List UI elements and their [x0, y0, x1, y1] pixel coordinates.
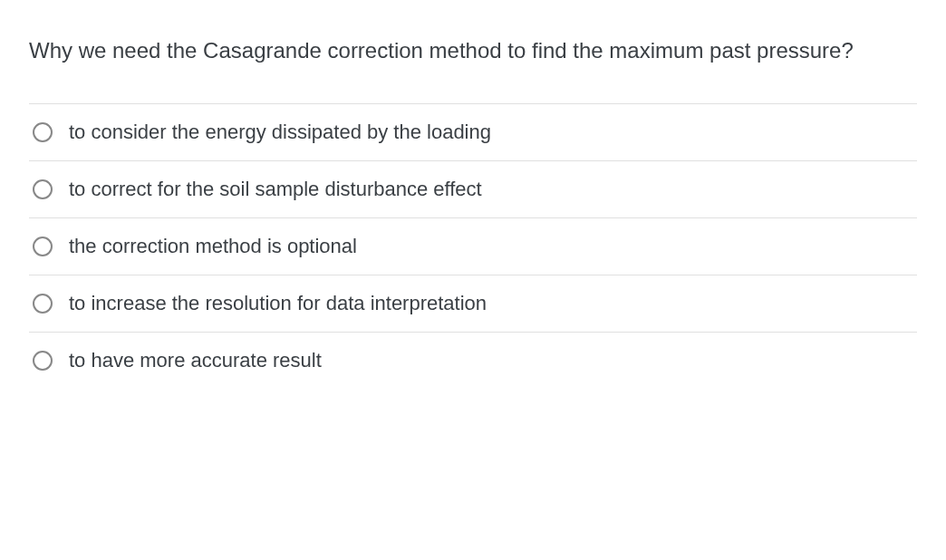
radio-icon — [33, 179, 53, 199]
option-row-0[interactable]: to consider the energy dissipated by the… — [29, 103, 917, 160]
option-label: to consider the energy dissipated by the… — [69, 121, 491, 144]
radio-icon — [33, 294, 53, 314]
option-label: the correction method is optional — [69, 235, 357, 258]
radio-icon — [33, 122, 53, 142]
option-label: to correct for the soil sample disturban… — [69, 178, 482, 201]
option-row-1[interactable]: to correct for the soil sample disturban… — [29, 160, 917, 217]
radio-icon — [33, 237, 53, 256]
option-label: to increase the resolution for data inte… — [69, 292, 487, 315]
options-container: to consider the energy dissipated by the… — [29, 103, 917, 389]
option-label: to have more accurate result — [69, 349, 322, 372]
option-row-3[interactable]: to increase the resolution for data inte… — [29, 275, 917, 332]
radio-icon — [33, 351, 53, 371]
option-row-2[interactable]: the correction method is optional — [29, 217, 917, 275]
option-row-4[interactable]: to have more accurate result — [29, 332, 917, 389]
question-text: Why we need the Casagrande correction me… — [29, 34, 917, 67]
